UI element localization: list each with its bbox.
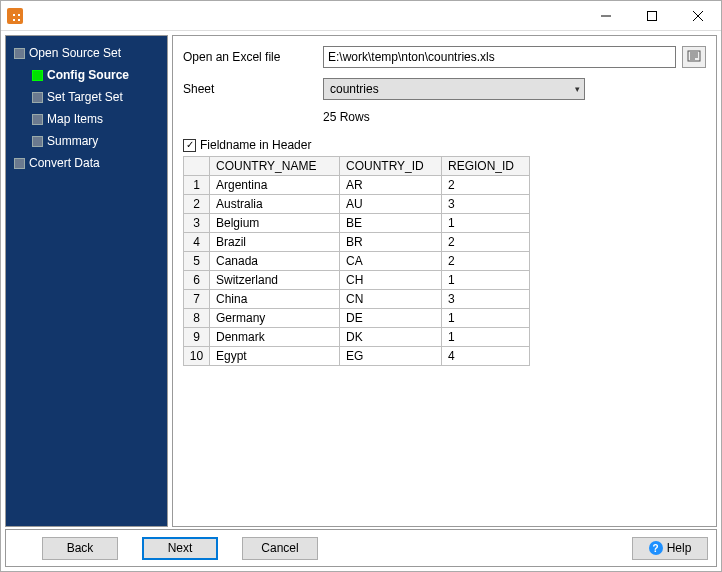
table-cell[interactable]: BR: [340, 233, 442, 252]
help-button[interactable]: ? Help: [632, 537, 708, 560]
column-header[interactable]: COUNTRY_ID: [340, 157, 442, 176]
sheet-row: Sheet countries ▾: [183, 78, 706, 100]
step-box-icon: [32, 136, 43, 147]
table-cell[interactable]: 3: [442, 195, 530, 214]
row-number: 5: [184, 252, 210, 271]
browse-button[interactable]: [682, 46, 706, 68]
table-cell[interactable]: DE: [340, 309, 442, 328]
table-row[interactable]: 4BrazilBR2: [184, 233, 530, 252]
body: Open Source SetConfig SourceSet Target S…: [1, 31, 721, 529]
table-cell[interactable]: 2: [442, 233, 530, 252]
row-number: 2: [184, 195, 210, 214]
preview-table: COUNTRY_NAMECOUNTRY_IDREGION_ID 1Argenti…: [183, 156, 530, 366]
sheet-label: Sheet: [183, 82, 323, 96]
row-number: 6: [184, 271, 210, 290]
table-cell[interactable]: CA: [340, 252, 442, 271]
wizard-window: Open Source SetConfig SourceSet Target S…: [0, 0, 722, 572]
sidebar-item-label: Summary: [47, 134, 98, 148]
table-cell[interactable]: EG: [340, 347, 442, 366]
table-cell[interactable]: CH: [340, 271, 442, 290]
back-button[interactable]: Back: [42, 537, 118, 560]
close-button[interactable]: [675, 1, 721, 30]
table-cell[interactable]: Egypt: [210, 347, 340, 366]
table-cell[interactable]: 2: [442, 252, 530, 271]
cancel-button[interactable]: Cancel: [242, 537, 318, 560]
row-number: 8: [184, 309, 210, 328]
table-row[interactable]: 2AustraliaAU3: [184, 195, 530, 214]
table-cell[interactable]: 4: [442, 347, 530, 366]
table-row[interactable]: 3BelgiumBE1: [184, 214, 530, 233]
sidebar-item[interactable]: Map Items: [10, 108, 163, 130]
main-panel: Open an Excel file Sheet countries ▾ 25 …: [172, 35, 717, 527]
maximize-button[interactable]: [629, 1, 675, 30]
footer-buttons: Back Next Cancel ? Help: [5, 529, 717, 567]
fieldname-checkbox-label: Fieldname in Header: [200, 138, 311, 152]
row-number: 9: [184, 328, 210, 347]
sidebar-item[interactable]: Config Source: [10, 64, 163, 86]
sidebar-item[interactable]: Set Target Set: [10, 86, 163, 108]
titlebar-left: [7, 8, 23, 24]
minimize-button[interactable]: [583, 1, 629, 30]
table-cell[interactable]: BE: [340, 214, 442, 233]
table-cell[interactable]: 3: [442, 290, 530, 309]
sidebar-item[interactable]: Open Source Set: [10, 42, 163, 64]
table-cell[interactable]: 1: [442, 271, 530, 290]
file-row: Open an Excel file: [183, 46, 706, 68]
table-cell[interactable]: Canada: [210, 252, 340, 271]
table-cell[interactable]: China: [210, 290, 340, 309]
table-cell[interactable]: AR: [340, 176, 442, 195]
titlebar: [1, 1, 721, 31]
table-cell[interactable]: AU: [340, 195, 442, 214]
step-box-icon: [14, 48, 25, 59]
table-cell[interactable]: Brazil: [210, 233, 340, 252]
step-box-icon: [32, 114, 43, 125]
table-cell[interactable]: DK: [340, 328, 442, 347]
window-controls: [583, 1, 721, 30]
sidebar-item-label: Config Source: [47, 68, 129, 82]
sidebar-item-label: Set Target Set: [47, 90, 123, 104]
fieldname-checkbox-row[interactable]: ✓ Fieldname in Header: [183, 138, 706, 152]
table-cell[interactable]: Argentina: [210, 176, 340, 195]
table-row[interactable]: 8GermanyDE1: [184, 309, 530, 328]
browse-icon: [687, 49, 701, 66]
step-box-icon: [32, 70, 43, 81]
app-icon: [7, 8, 23, 24]
next-button[interactable]: Next: [142, 537, 218, 560]
file-path-input[interactable]: [323, 46, 676, 68]
open-file-label: Open an Excel file: [183, 50, 323, 64]
sidebar-item[interactable]: Convert Data: [10, 152, 163, 174]
fieldname-checkbox[interactable]: ✓: [183, 139, 196, 152]
step-box-icon: [32, 92, 43, 103]
row-number: 4: [184, 233, 210, 252]
table-corner: [184, 157, 210, 176]
table-row[interactable]: 1ArgentinaAR2: [184, 176, 530, 195]
table-cell[interactable]: 2: [442, 176, 530, 195]
column-header[interactable]: REGION_ID: [442, 157, 530, 176]
table-cell[interactable]: Belgium: [210, 214, 340, 233]
table-row[interactable]: 9DenmarkDK1: [184, 328, 530, 347]
sidebar-item[interactable]: Summary: [10, 130, 163, 152]
table-row[interactable]: 5CanadaCA2: [184, 252, 530, 271]
table-row[interactable]: 10EgyptEG4: [184, 347, 530, 366]
row-count-label: 25 Rows: [323, 110, 706, 124]
table-cell[interactable]: 1: [442, 328, 530, 347]
chevron-down-icon: ▾: [575, 84, 580, 94]
help-button-label: Help: [667, 541, 692, 555]
table-cell[interactable]: Australia: [210, 195, 340, 214]
help-icon: ?: [649, 541, 663, 555]
sidebar-item-label: Convert Data: [29, 156, 100, 170]
sheet-combo-value: countries: [330, 82, 379, 96]
row-number: 3: [184, 214, 210, 233]
table-cell[interactable]: Switzerland: [210, 271, 340, 290]
table-row[interactable]: 7ChinaCN3: [184, 290, 530, 309]
table-cell[interactable]: Denmark: [210, 328, 340, 347]
svg-rect-0: [648, 11, 657, 20]
table-row[interactable]: 6SwitzerlandCH1: [184, 271, 530, 290]
table-cell[interactable]: 1: [442, 214, 530, 233]
column-header[interactable]: COUNTRY_NAME: [210, 157, 340, 176]
table-cell[interactable]: Germany: [210, 309, 340, 328]
table-cell[interactable]: 1: [442, 309, 530, 328]
row-number: 10: [184, 347, 210, 366]
sheet-combo[interactable]: countries ▾: [323, 78, 585, 100]
table-cell[interactable]: CN: [340, 290, 442, 309]
